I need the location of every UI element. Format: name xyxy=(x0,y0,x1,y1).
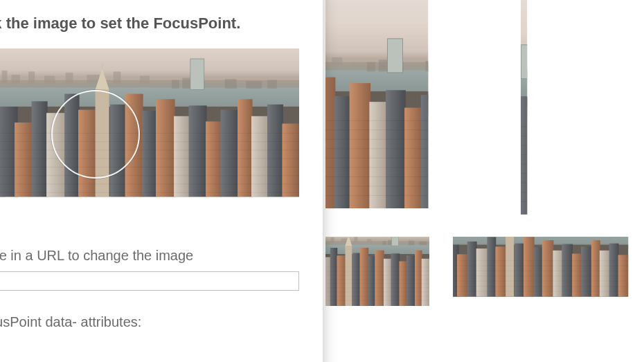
focuspoint-panel: ick the image to set the FocusPoint. ast… xyxy=(0,0,323,362)
preview-tile-strip-1 xyxy=(325,343,518,362)
data-attributes-heading: ocusPoint data- attributes: xyxy=(0,313,303,331)
preview-tile-tall-2 xyxy=(521,0,644,234)
preview-tile-strip-2 xyxy=(521,343,644,362)
preview-tile-wide-1 xyxy=(325,237,450,341)
panel-heading: ick the image to set the FocusPoint. xyxy=(0,14,303,33)
url-input-label: aste in a URL to change the image xyxy=(0,246,303,264)
focuspoint-picker-image[interactable] xyxy=(0,48,299,228)
page-root: ick the image to set the FocusPoint. ast… xyxy=(0,0,644,362)
preview-tile-wide-2 xyxy=(453,237,644,341)
preview-tile-tall-1 xyxy=(325,0,518,234)
image-url-input[interactable] xyxy=(0,271,299,291)
